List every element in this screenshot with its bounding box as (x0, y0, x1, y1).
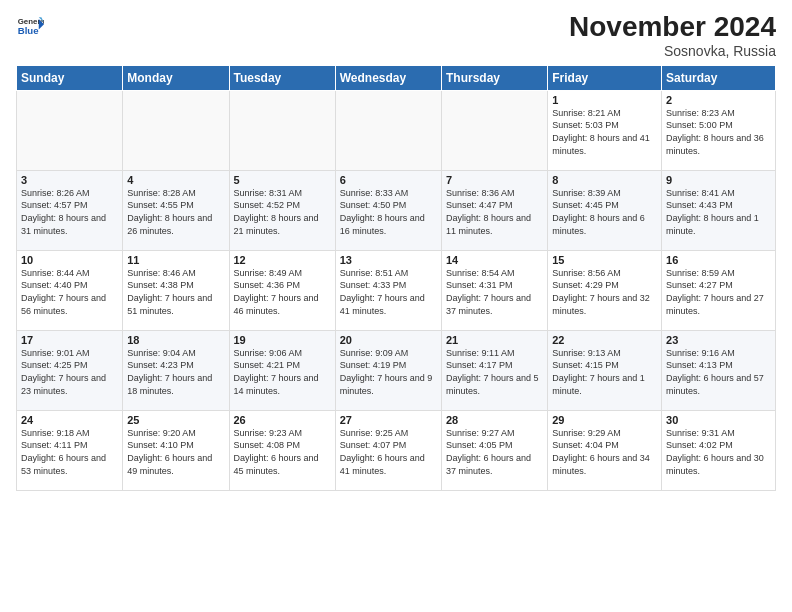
day-info: Sunrise: 8:46 AM Sunset: 4:38 PM Dayligh… (127, 267, 224, 317)
day-info: Sunrise: 8:51 AM Sunset: 4:33 PM Dayligh… (340, 267, 437, 317)
day-number: 5 (234, 174, 331, 186)
day-info: Sunrise: 9:18 AM Sunset: 4:11 PM Dayligh… (21, 427, 118, 477)
header-thursday: Thursday (442, 65, 548, 90)
day-number: 16 (666, 254, 771, 266)
day-cell: 21Sunrise: 9:11 AM Sunset: 4:17 PM Dayli… (442, 330, 548, 410)
day-number: 22 (552, 334, 657, 346)
day-cell: 16Sunrise: 8:59 AM Sunset: 4:27 PM Dayli… (662, 250, 776, 330)
day-info: Sunrise: 9:01 AM Sunset: 4:25 PM Dayligh… (21, 347, 118, 397)
day-info: Sunrise: 8:33 AM Sunset: 4:50 PM Dayligh… (340, 187, 437, 237)
day-info: Sunrise: 9:31 AM Sunset: 4:02 PM Dayligh… (666, 427, 771, 477)
day-cell: 12Sunrise: 8:49 AM Sunset: 4:36 PM Dayli… (229, 250, 335, 330)
day-info: Sunrise: 9:11 AM Sunset: 4:17 PM Dayligh… (446, 347, 543, 397)
day-number: 30 (666, 414, 771, 426)
day-number: 13 (340, 254, 437, 266)
day-cell: 1Sunrise: 8:21 AM Sunset: 5:03 PM Daylig… (548, 90, 662, 170)
day-cell: 6Sunrise: 8:33 AM Sunset: 4:50 PM Daylig… (335, 170, 441, 250)
day-cell: 20Sunrise: 9:09 AM Sunset: 4:19 PM Dayli… (335, 330, 441, 410)
day-cell: 29Sunrise: 9:29 AM Sunset: 4:04 PM Dayli… (548, 410, 662, 490)
day-cell: 26Sunrise: 9:23 AM Sunset: 4:08 PM Dayli… (229, 410, 335, 490)
day-number: 21 (446, 334, 543, 346)
day-info: Sunrise: 8:54 AM Sunset: 4:31 PM Dayligh… (446, 267, 543, 317)
day-info: Sunrise: 8:39 AM Sunset: 4:45 PM Dayligh… (552, 187, 657, 237)
week-row-1: 1Sunrise: 8:21 AM Sunset: 5:03 PM Daylig… (17, 90, 776, 170)
day-cell: 19Sunrise: 9:06 AM Sunset: 4:21 PM Dayli… (229, 330, 335, 410)
day-number: 27 (340, 414, 437, 426)
svg-text:Blue: Blue (18, 25, 39, 36)
day-number: 1 (552, 94, 657, 106)
day-number: 25 (127, 414, 224, 426)
header-friday: Friday (548, 65, 662, 90)
day-number: 9 (666, 174, 771, 186)
header-wednesday: Wednesday (335, 65, 441, 90)
day-cell: 27Sunrise: 9:25 AM Sunset: 4:07 PM Dayli… (335, 410, 441, 490)
day-info: Sunrise: 8:59 AM Sunset: 4:27 PM Dayligh… (666, 267, 771, 317)
day-cell: 24Sunrise: 9:18 AM Sunset: 4:11 PM Dayli… (17, 410, 123, 490)
week-row-4: 17Sunrise: 9:01 AM Sunset: 4:25 PM Dayli… (17, 330, 776, 410)
day-cell: 15Sunrise: 8:56 AM Sunset: 4:29 PM Dayli… (548, 250, 662, 330)
day-number: 20 (340, 334, 437, 346)
day-cell (335, 90, 441, 170)
day-info: Sunrise: 8:23 AM Sunset: 5:00 PM Dayligh… (666, 107, 771, 157)
day-cell (123, 90, 229, 170)
day-cell: 8Sunrise: 8:39 AM Sunset: 4:45 PM Daylig… (548, 170, 662, 250)
month-title: November 2024 (569, 12, 776, 43)
day-number: 19 (234, 334, 331, 346)
day-number: 10 (21, 254, 118, 266)
header-sunday: Sunday (17, 65, 123, 90)
day-info: Sunrise: 8:26 AM Sunset: 4:57 PM Dayligh… (21, 187, 118, 237)
day-cell: 14Sunrise: 8:54 AM Sunset: 4:31 PM Dayli… (442, 250, 548, 330)
header-monday: Monday (123, 65, 229, 90)
week-row-2: 3Sunrise: 8:26 AM Sunset: 4:57 PM Daylig… (17, 170, 776, 250)
logo: General Blue (16, 12, 44, 40)
day-number: 4 (127, 174, 224, 186)
page-container: General Blue November 2024 Sosnovka, Rus… (0, 0, 792, 501)
day-info: Sunrise: 9:20 AM Sunset: 4:10 PM Dayligh… (127, 427, 224, 477)
header-saturday: Saturday (662, 65, 776, 90)
day-number: 24 (21, 414, 118, 426)
day-cell: 7Sunrise: 8:36 AM Sunset: 4:47 PM Daylig… (442, 170, 548, 250)
day-number: 14 (446, 254, 543, 266)
day-cell: 22Sunrise: 9:13 AM Sunset: 4:15 PM Dayli… (548, 330, 662, 410)
day-number: 23 (666, 334, 771, 346)
day-info: Sunrise: 8:28 AM Sunset: 4:55 PM Dayligh… (127, 187, 224, 237)
day-cell: 28Sunrise: 9:27 AM Sunset: 4:05 PM Dayli… (442, 410, 548, 490)
day-number: 29 (552, 414, 657, 426)
day-info: Sunrise: 9:13 AM Sunset: 4:15 PM Dayligh… (552, 347, 657, 397)
day-info: Sunrise: 8:21 AM Sunset: 5:03 PM Dayligh… (552, 107, 657, 157)
day-cell: 10Sunrise: 8:44 AM Sunset: 4:40 PM Dayli… (17, 250, 123, 330)
day-cell (229, 90, 335, 170)
day-info: Sunrise: 9:16 AM Sunset: 4:13 PM Dayligh… (666, 347, 771, 397)
day-info: Sunrise: 9:09 AM Sunset: 4:19 PM Dayligh… (340, 347, 437, 397)
day-number: 7 (446, 174, 543, 186)
header-tuesday: Tuesday (229, 65, 335, 90)
day-cell (442, 90, 548, 170)
day-info: Sunrise: 9:27 AM Sunset: 4:05 PM Dayligh… (446, 427, 543, 477)
day-info: Sunrise: 9:29 AM Sunset: 4:04 PM Dayligh… (552, 427, 657, 477)
day-info: Sunrise: 9:06 AM Sunset: 4:21 PM Dayligh… (234, 347, 331, 397)
day-cell: 3Sunrise: 8:26 AM Sunset: 4:57 PM Daylig… (17, 170, 123, 250)
day-cell: 23Sunrise: 9:16 AM Sunset: 4:13 PM Dayli… (662, 330, 776, 410)
day-cell: 18Sunrise: 9:04 AM Sunset: 4:23 PM Dayli… (123, 330, 229, 410)
day-info: Sunrise: 8:44 AM Sunset: 4:40 PM Dayligh… (21, 267, 118, 317)
day-cell: 30Sunrise: 9:31 AM Sunset: 4:02 PM Dayli… (662, 410, 776, 490)
day-info: Sunrise: 8:31 AM Sunset: 4:52 PM Dayligh… (234, 187, 331, 237)
day-number: 18 (127, 334, 224, 346)
location: Sosnovka, Russia (569, 43, 776, 59)
day-info: Sunrise: 9:23 AM Sunset: 4:08 PM Dayligh… (234, 427, 331, 477)
day-number: 8 (552, 174, 657, 186)
week-row-5: 24Sunrise: 9:18 AM Sunset: 4:11 PM Dayli… (17, 410, 776, 490)
logo-icon: General Blue (16, 12, 44, 40)
day-number: 2 (666, 94, 771, 106)
day-cell: 25Sunrise: 9:20 AM Sunset: 4:10 PM Dayli… (123, 410, 229, 490)
day-cell: 11Sunrise: 8:46 AM Sunset: 4:38 PM Dayli… (123, 250, 229, 330)
title-block: November 2024 Sosnovka, Russia (569, 12, 776, 59)
day-number: 17 (21, 334, 118, 346)
day-number: 28 (446, 414, 543, 426)
day-cell: 13Sunrise: 8:51 AM Sunset: 4:33 PM Dayli… (335, 250, 441, 330)
day-info: Sunrise: 8:49 AM Sunset: 4:36 PM Dayligh… (234, 267, 331, 317)
day-cell: 9Sunrise: 8:41 AM Sunset: 4:43 PM Daylig… (662, 170, 776, 250)
day-number: 15 (552, 254, 657, 266)
day-cell: 2Sunrise: 8:23 AM Sunset: 5:00 PM Daylig… (662, 90, 776, 170)
day-number: 12 (234, 254, 331, 266)
